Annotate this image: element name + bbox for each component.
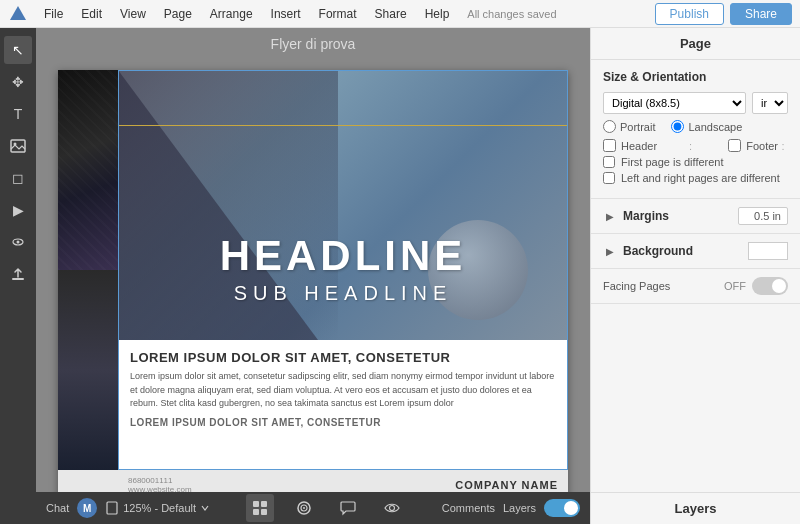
gold-line <box>118 125 568 126</box>
publish-button[interactable]: Publish <box>655 3 724 25</box>
statusbar-right: Comments Layers <box>442 499 580 517</box>
target-icon[interactable] <box>290 494 318 522</box>
portrait-label: Portrait <box>620 121 655 133</box>
colon-2: : <box>778 140 788 152</box>
zoom-value: 125% - Default <box>123 502 196 514</box>
menu-share[interactable]: Share <box>367 5 415 23</box>
strip-image-top <box>58 70 118 270</box>
flyer-headline: HEADLINE <box>118 232 568 280</box>
tool-draw[interactable] <box>4 228 32 256</box>
size-orientation-title: Size & Orientation <box>603 70 788 84</box>
tool-video[interactable]: ▶ <box>4 196 32 224</box>
background-arrow-icon: ▶ <box>603 244 617 258</box>
comment-icon[interactable] <box>334 494 362 522</box>
background-title: Background <box>623 244 748 258</box>
zoom-indicator: 125% - Default <box>105 501 210 515</box>
right-panel: Page Size & Orientation Digital (8x8.5) … <box>590 28 800 524</box>
menu-file[interactable]: File <box>36 5 71 23</box>
svg-rect-7 <box>253 501 259 507</box>
header-label: Header <box>621 140 657 152</box>
panel-title: Page <box>591 28 800 60</box>
svg-rect-1 <box>11 140 25 152</box>
menu-view[interactable]: View <box>112 5 154 23</box>
menu-edit[interactable]: Edit <box>73 5 110 23</box>
landscape-option[interactable]: Landscape <box>671 120 742 133</box>
tool-pan[interactable]: ✥ <box>4 68 32 96</box>
menubar-right: Publish Share <box>655 3 792 25</box>
margins-row[interactable]: ▶ Margins <box>591 199 800 234</box>
layers-toggle[interactable] <box>544 499 580 517</box>
svg-point-14 <box>389 506 394 511</box>
unit-select[interactable]: in cm px <box>752 92 788 114</box>
document-title: Flyer di prova <box>36 28 590 60</box>
left-right-pages-row: Left and right pages are different <box>603 172 788 184</box>
header-footer-row: Header : Footer : <box>603 139 788 152</box>
svg-rect-9 <box>253 509 259 515</box>
footer-checkbox[interactable] <box>728 139 741 152</box>
menu-arrange[interactable]: Arrange <box>202 5 261 23</box>
app-logo[interactable] <box>8 4 28 24</box>
footer-phone: 8680001111 <box>128 476 192 485</box>
statusbar-center <box>246 494 406 522</box>
portrait-radio[interactable] <box>603 120 616 133</box>
zoom-chevron-icon <box>200 503 210 513</box>
menu-insert[interactable]: Insert <box>263 5 309 23</box>
size-select[interactable]: Digital (8x8.5) <box>603 92 746 114</box>
grid-icon[interactable] <box>246 494 274 522</box>
tool-select[interactable]: ↖ <box>4 36 32 64</box>
first-page-label: First page is different <box>621 156 724 168</box>
svg-rect-5 <box>12 278 24 280</box>
size-row: Digital (8x8.5) in cm px <box>603 92 788 114</box>
eye-icon[interactable] <box>378 494 406 522</box>
portrait-option[interactable]: Portrait <box>603 120 655 133</box>
chat-label: Chat <box>46 502 69 514</box>
main-layout: ↖ ✥ T ◻ ▶ Flyer di prova <box>0 28 800 524</box>
size-orientation-section: Size & Orientation Digital (8x8.5) in cm… <box>591 60 800 199</box>
first-page-checkbox[interactable] <box>603 156 615 168</box>
svg-rect-6 <box>107 502 117 514</box>
margins-arrow-icon: ▶ <box>603 209 617 223</box>
layers-panel-title: Layers <box>591 492 800 524</box>
orientation-group: Portrait Landscape <box>603 120 788 133</box>
statusbar-left: Chat M 125% - Default <box>46 498 210 518</box>
menu-format[interactable]: Format <box>311 5 365 23</box>
tool-shape[interactable]: ◻ <box>4 164 32 192</box>
background-row[interactable]: ▶ Background <box>591 234 800 269</box>
flyer-body-title: LOREM IPSUM DOLOR SIT AMET, CONSETETUR <box>130 350 556 365</box>
facing-pages-label: Facing Pages <box>603 280 724 292</box>
strip-image-bottom <box>58 270 118 470</box>
facing-pages-value: OFF <box>724 280 746 292</box>
tool-upload[interactable] <box>4 260 32 288</box>
background-color-picker[interactable] <box>748 242 788 260</box>
layers-label: Layers <box>503 502 536 514</box>
left-right-checkbox[interactable] <box>603 172 615 184</box>
share-button[interactable]: Share <box>730 3 792 25</box>
flyer-subheadline: SUB HEADLINE <box>118 282 568 305</box>
svg-rect-8 <box>261 501 267 507</box>
header-checkbox[interactable] <box>603 139 616 152</box>
left-right-label: Left and right pages are different <box>621 172 780 184</box>
svg-marker-0 <box>10 6 26 20</box>
svg-point-13 <box>303 507 305 509</box>
menu-page[interactable]: Page <box>156 5 200 23</box>
first-page-row: First page is different <box>603 156 788 168</box>
footer-contact: 8680001111 www.website.com <box>128 476 192 492</box>
tool-text[interactable]: T <box>4 100 32 128</box>
left-photo-strip <box>58 70 118 470</box>
margins-title: Margins <box>623 209 738 223</box>
facing-pages-toggle[interactable] <box>752 277 788 295</box>
margins-value-input[interactable] <box>738 207 788 225</box>
menu-help[interactable]: Help <box>417 5 458 23</box>
canvas-scroll[interactable]: HEADLINE SUB HEADLINE LOREM IPSUM DOLOR … <box>36 60 590 492</box>
header-item: Header <box>603 139 686 152</box>
flyer-top-image: HEADLINE SUB HEADLINE <box>118 70 568 340</box>
page-canvas[interactable]: HEADLINE SUB HEADLINE LOREM IPSUM DOLOR … <box>58 70 568 492</box>
landscape-label: Landscape <box>688 121 742 133</box>
left-toolbar: ↖ ✥ T ◻ ▶ <box>0 28 36 524</box>
footer-company: COMPANY NAME <box>455 479 558 491</box>
autosave-status: All changes saved <box>467 8 556 20</box>
landscape-radio[interactable] <box>671 120 684 133</box>
tool-image[interactable] <box>4 132 32 160</box>
svg-point-4 <box>17 241 20 244</box>
footer-website: www.website.com <box>128 485 192 492</box>
